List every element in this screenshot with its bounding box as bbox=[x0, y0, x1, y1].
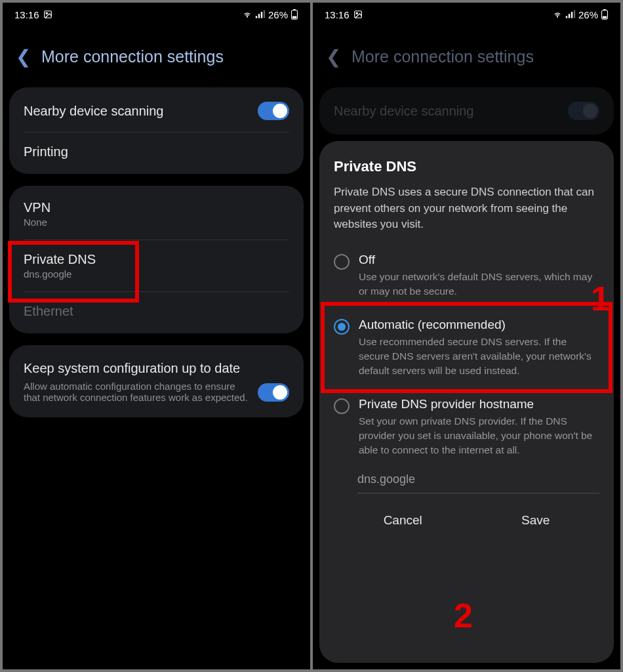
page-title: More connection settings bbox=[41, 47, 224, 66]
svg-rect-13 bbox=[571, 12, 573, 18]
row-nearby-scanning[interactable]: Nearby device scanning bbox=[9, 90, 304, 132]
wifi-icon bbox=[242, 10, 252, 19]
section-devices: Nearby device scanning Printing bbox=[9, 87, 304, 174]
svg-rect-14 bbox=[574, 10, 575, 18]
dialog-description: Private DNS uses a secure DNS connection… bbox=[334, 184, 599, 233]
phone-left: 13:16 26% ❮ More connection settings Nea… bbox=[3, 3, 310, 669]
svg-rect-17 bbox=[603, 16, 607, 18]
dns-hostname-input[interactable]: dns.google bbox=[357, 470, 599, 494]
battery-icon bbox=[291, 9, 298, 20]
cancel-button[interactable]: Cancel bbox=[368, 509, 438, 532]
svg-rect-11 bbox=[566, 16, 567, 18]
radio-button-off[interactable] bbox=[334, 254, 350, 270]
back-icon: ❮ bbox=[326, 46, 341, 68]
signal-icon bbox=[255, 10, 266, 19]
private-dns-sub: dns.google bbox=[24, 268, 289, 280]
nearby-scanning-label: Nearby device scanning bbox=[24, 104, 258, 119]
dialog-title: Private DNS bbox=[334, 158, 599, 175]
svg-rect-12 bbox=[569, 14, 570, 18]
vpn-sub: None bbox=[24, 217, 289, 228]
ethernet-label: Ethernet bbox=[24, 304, 289, 319]
svg-rect-7 bbox=[293, 9, 296, 10]
section-network: VPN None Private DNS dns.google Ethernet bbox=[9, 186, 304, 333]
radio-host-desc: Set your own private DNS provider. If th… bbox=[359, 414, 599, 457]
row-vpn[interactable]: VPN None bbox=[9, 188, 304, 240]
battery-percent: 26% bbox=[268, 9, 288, 20]
nearby-scanning-toggle[interactable] bbox=[258, 102, 289, 120]
radio-button-hostname[interactable] bbox=[334, 398, 350, 414]
row-private-dns[interactable]: Private DNS dns.google bbox=[9, 240, 304, 291]
phone-right: 13:16 26% ❮ More connection settings Nea… bbox=[313, 3, 620, 669]
signal-icon bbox=[565, 10, 576, 19]
page-header-dim: ❮ More connection settings bbox=[313, 26, 620, 87]
svg-point-10 bbox=[356, 12, 357, 14]
image-icon bbox=[43, 10, 52, 19]
svg-rect-16 bbox=[603, 9, 606, 10]
save-button[interactable]: Save bbox=[506, 509, 565, 532]
radio-off-title: Off bbox=[359, 253, 599, 267]
wifi-icon bbox=[552, 10, 563, 19]
dialog-actions: Cancel Save bbox=[334, 505, 599, 532]
section-devices-dim: Nearby device scanning bbox=[319, 87, 614, 135]
status-bar: 13:16 26% bbox=[313, 3, 620, 26]
page-header: ❮ More connection settings bbox=[3, 26, 310, 87]
keep-config-sub: Allow automatic configuration changes to… bbox=[24, 381, 250, 403]
nearby-scanning-toggle-dim bbox=[568, 102, 599, 120]
dns-radio-group: Off Use your network's default DNS serve… bbox=[334, 245, 599, 469]
svg-rect-2 bbox=[256, 16, 257, 18]
battery-percent: 26% bbox=[578, 9, 598, 20]
vpn-label: VPN bbox=[24, 200, 289, 215]
radio-off-desc: Use your network's default DNS servers, … bbox=[359, 270, 599, 298]
svg-point-1 bbox=[46, 12, 47, 14]
battery-icon bbox=[601, 9, 609, 20]
svg-rect-8 bbox=[292, 16, 296, 18]
row-ethernet: Ethernet bbox=[9, 292, 304, 331]
radio-automatic[interactable]: Automatic (recommended) Use recommended … bbox=[334, 310, 599, 389]
radio-host-title: Private DNS provider hostname bbox=[359, 397, 599, 411]
svg-rect-3 bbox=[258, 14, 260, 18]
radio-auto-title: Automatic (recommended) bbox=[359, 318, 599, 332]
section-system: Keep system configuration up to date All… bbox=[9, 345, 304, 417]
printing-label: Printing bbox=[24, 144, 289, 159]
page-title: More connection settings bbox=[352, 47, 534, 66]
private-dns-dialog: Private DNS Private DNS uses a secure DN… bbox=[319, 141, 614, 663]
row-nearby-scanning-dim: Nearby device scanning bbox=[319, 90, 614, 132]
row-keep-config[interactable]: Keep system configuration up to date All… bbox=[9, 348, 304, 415]
radio-off[interactable]: Off Use your network's default DNS serve… bbox=[334, 245, 599, 310]
back-icon[interactable]: ❮ bbox=[16, 46, 31, 68]
annotation-number-2: 2 bbox=[454, 596, 473, 635]
svg-rect-4 bbox=[261, 12, 262, 18]
radio-auto-desc: Use recommended secure DNS servers. If t… bbox=[359, 335, 599, 377]
row-printing[interactable]: Printing bbox=[9, 133, 304, 171]
status-time: 13:16 bbox=[14, 9, 39, 20]
private-dns-label: Private DNS bbox=[24, 252, 289, 267]
radio-hostname[interactable]: Private DNS provider hostname Set your o… bbox=[334, 389, 599, 469]
nearby-scanning-label: Nearby device scanning bbox=[334, 104, 568, 119]
keep-config-toggle[interactable] bbox=[258, 383, 289, 402]
radio-button-automatic[interactable] bbox=[334, 319, 350, 335]
status-time: 13:16 bbox=[325, 9, 350, 20]
keep-config-label: Keep system configuration up to date bbox=[24, 360, 250, 377]
svg-rect-5 bbox=[264, 10, 265, 18]
status-bar: 13:16 26% bbox=[3, 3, 310, 26]
image-icon bbox=[353, 10, 363, 19]
